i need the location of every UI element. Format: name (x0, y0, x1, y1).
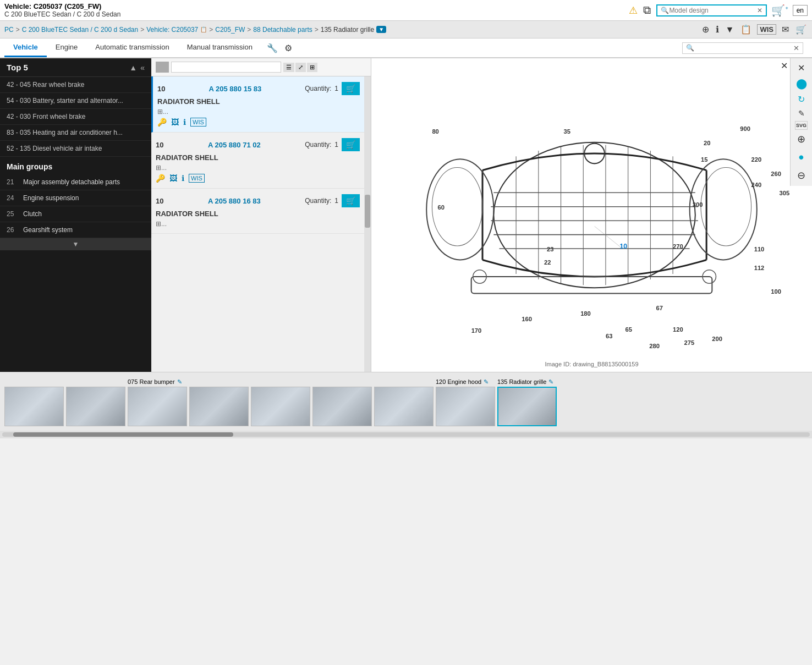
part-item-1: 10 A 205 880 71 02 Quantity: 1 🛒 RADIATO… (151, 133, 364, 189)
thumb-3[interactable] (189, 387, 249, 426)
diag-svg-btn[interactable]: SVG (795, 121, 808, 130)
cart-button[interactable]: 🛒 (794, 23, 808, 36)
parts-panel: ☰ ⤢ ⊞ 10 A 205 880 15 83 Quantity: 1 🛒 (151, 58, 371, 372)
group-name-24: Engine suspension (23, 194, 79, 202)
sidebar-scroll-down[interactable]: ▼ (0, 238, 151, 250)
clear-search-icon[interactable]: ✕ (757, 7, 762, 14)
group-item-26[interactable]: 26 Gearshift system (0, 222, 151, 238)
thumb-row-radiator-grille (497, 387, 557, 426)
top5-collapse[interactable]: ▲ (129, 63, 137, 72)
wis-button[interactable]: WIS (757, 24, 776, 35)
diag-refresh-btn[interactable]: ↻ (797, 93, 806, 106)
language-selector[interactable]: en (793, 5, 808, 16)
view-btn-color[interactable] (156, 62, 169, 73)
tab-search-input[interactable] (694, 44, 793, 52)
scrollbar-thumb-h[interactable] (13, 432, 233, 437)
wis-icon-1[interactable]: WIS (189, 174, 205, 183)
svg-text:280: 280 (649, 343, 660, 349)
group-name-25: Clutch (23, 210, 42, 218)
diag-dot-btn[interactable]: • (798, 149, 805, 166)
breadcrumb-vehicle-line[interactable]: C 200 BlueTEC Sedan / C 200 d Sedan (22, 26, 138, 34)
toolbar-row: PC > C 200 BlueTEC Sedan / C 200 d Sedan… (0, 21, 812, 39)
tab-vehicle[interactable]: Vehicle (4, 39, 47, 57)
thumb-2[interactable] (128, 387, 187, 426)
model-search-input[interactable] (669, 7, 757, 14)
top5-item-4[interactable]: 52 - 135 Diesel vehicle air intake (0, 141, 151, 157)
thumb-edit-radiator-grille[interactable]: ✎ (548, 378, 553, 386)
expand-btns: ☰ ⤢ ⊞ (283, 63, 317, 72)
key-icon-0[interactable]: 🔑 (157, 118, 167, 127)
bottom-scrollbar[interactable] (0, 431, 812, 438)
diag-pencil-btn[interactable]: ✎ (797, 108, 806, 119)
svg-text:35: 35 (564, 128, 570, 135)
cart-btn-2[interactable]: 🛒 (342, 194, 360, 207)
part-name-1: RADIATOR SHELL (156, 153, 360, 162)
thumb-5[interactable] (312, 387, 372, 426)
diag-zoom-in-btn[interactable]: ⊕ (796, 132, 806, 146)
info-button[interactable]: ℹ (715, 23, 720, 36)
image-icon-0[interactable]: 🖼 (171, 118, 179, 127)
toolbar-icons: ⊕ ℹ ▼ 📋 WIS ✉ 🛒 (701, 23, 808, 36)
cart-add-button[interactable]: 🛒+ (771, 4, 788, 17)
breadcrumb-dropdown[interactable]: ▼ (376, 26, 386, 33)
tab-icon-1[interactable]: 🔧 (266, 42, 279, 54)
tab-automatic-transmission[interactable]: Automatic transmission (86, 39, 178, 57)
list-view-btn[interactable]: ☰ (283, 63, 294, 72)
breadcrumb-pc[interactable]: PC (4, 26, 14, 34)
top5-item-1[interactable]: 54 - 030 Battery, starter and alternator… (0, 93, 151, 109)
top5-item-3[interactable]: 83 - 035 Heating and air conditioner h..… (0, 125, 151, 141)
mail-button[interactable]: ✉ (781, 23, 790, 36)
parts-scrollbar[interactable] (364, 76, 371, 372)
info-icon-0[interactable]: ℹ (183, 118, 186, 127)
part-item-0: 10 A 205 880 15 83 Quantity: 1 🛒 RADIATO… (151, 76, 364, 133)
thumb-8[interactable] (497, 387, 557, 426)
key-icon-1[interactable]: 🔑 (156, 174, 165, 183)
filter-button[interactable]: ▼ (725, 24, 736, 36)
header: Vehicle: C205037 (C205_FW) C 200 BlueTEC… (0, 0, 812, 21)
expand-btn[interactable]: ⤢ (295, 63, 306, 72)
cart-btn-1[interactable]: 🛒 (342, 138, 360, 151)
thumb-group-engine-hood: 120 Engine hood ✎ (436, 377, 495, 426)
tab-search-clear[interactable]: ✕ (793, 44, 799, 52)
copy-button[interactable]: ⧉ (642, 3, 652, 18)
diag-close-btn[interactable]: ✕ (797, 62, 806, 74)
print-button[interactable]: 📋 (739, 23, 753, 36)
grid-icon-0: ⊞... (157, 108, 168, 116)
close-diagram-button[interactable]: ✕ (781, 61, 788, 71)
tab-engine[interactable]: Engine (47, 39, 86, 57)
parts-list-header: ☰ ⤢ ⊞ (151, 58, 371, 76)
part-num-2[interactable]: A 205 880 16 83 (208, 197, 261, 205)
breadcrumb-detachable[interactable]: 88 Detachable parts (253, 26, 312, 34)
diag-zoom-out-btn[interactable]: ⊖ (796, 168, 806, 183)
breadcrumb-fw[interactable]: C205_FW (215, 26, 245, 34)
top5-item-2[interactable]: 42 - 030 Front wheel brake (0, 109, 151, 125)
thumb-7[interactable] (436, 387, 495, 426)
diag-circle-btn[interactable]: ⬤ (795, 76, 808, 91)
fullscreen-btn[interactable]: ⊞ (307, 63, 317, 72)
part-num-0[interactable]: A 205 880 15 83 (209, 85, 262, 93)
parts-search-input[interactable] (171, 62, 281, 73)
thumb-edit-engine-hood[interactable]: ✎ (484, 378, 489, 386)
info-icon-1[interactable]: ℹ (182, 174, 184, 183)
group-item-25[interactable]: 25 Clutch (0, 206, 151, 222)
thumb-1[interactable] (66, 387, 125, 426)
part-num-1[interactable]: A 205 880 71 02 (208, 141, 261, 149)
scrollbar-thumb[interactable] (365, 195, 370, 228)
cart-btn-0[interactable]: 🛒 (342, 82, 360, 95)
breadcrumb-vehicle-icon[interactable]: 📋 (200, 26, 207, 32)
group-item-24[interactable]: 24 Engine suspension (0, 190, 151, 206)
tab-manual-transmission[interactable]: Manual transmission (178, 39, 261, 57)
tab-icon-2[interactable]: ⚙ (283, 42, 293, 54)
thumb-0[interactable] (4, 387, 64, 426)
thumb-4[interactable] (251, 387, 310, 426)
thumb-6[interactable] (374, 387, 434, 426)
top5-item-0[interactable]: 42 - 045 Rear wheel brake (0, 77, 151, 93)
zoom-in-button[interactable]: ⊕ (701, 23, 710, 36)
top5-chevrons[interactable]: « (140, 63, 145, 72)
image-icon-1[interactable]: 🖼 (169, 174, 177, 183)
breadcrumb-vehicle[interactable]: Vehicle: C205037 (146, 26, 198, 34)
group-item-21[interactable]: 21 Major assembly detachable parts (0, 174, 151, 190)
wis-icon-0[interactable]: WIS (190, 118, 206, 127)
warning-icon[interactable]: ⚠ (629, 4, 638, 17)
thumb-edit-rear-bumper[interactable]: ✎ (177, 378, 182, 386)
